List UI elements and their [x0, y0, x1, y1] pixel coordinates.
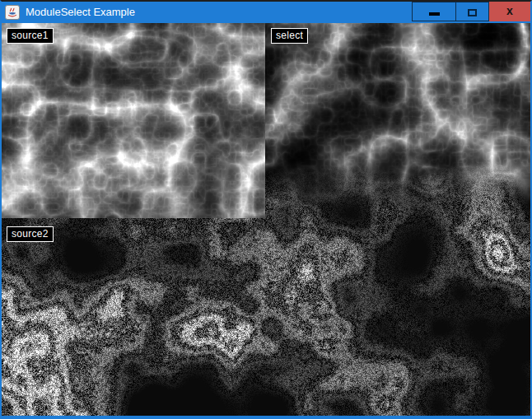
- close-button[interactable]: x: [489, 2, 530, 21]
- titlebar[interactable]: ModuleSelect Example x: [2, 2, 530, 23]
- maximize-button[interactable]: [456, 2, 489, 21]
- java-coffee-cup-icon: [5, 5, 20, 20]
- window-controls: x: [412, 2, 530, 23]
- label-select: select: [271, 28, 308, 44]
- render-area: source1 select source2: [2, 23, 530, 416]
- label-source1: source1: [7, 28, 54, 44]
- noise-render-canvas: [2, 23, 530, 416]
- window-title: ModuleSelect Example: [26, 2, 135, 23]
- label-source2: source2: [7, 226, 54, 242]
- maximize-icon: [468, 9, 477, 16]
- minimize-icon: [429, 12, 440, 16]
- app-window: ModuleSelect Example x source1 select so…: [0, 0, 532, 419]
- close-icon: x: [506, 5, 513, 16]
- minimize-button[interactable]: [412, 2, 456, 21]
